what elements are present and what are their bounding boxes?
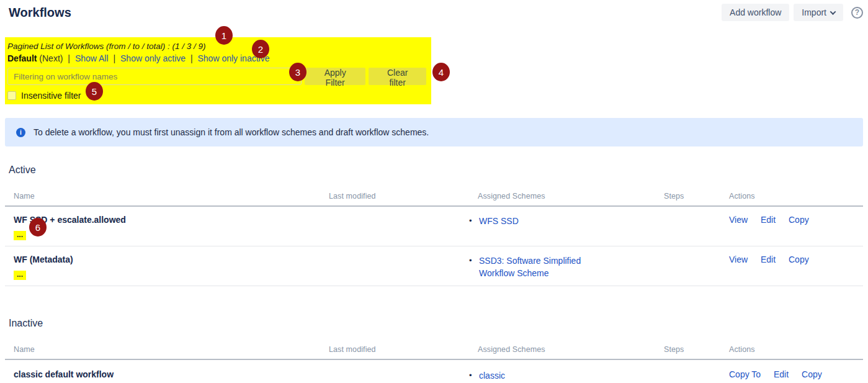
info-banner: i To delete a workflow, you must first u… bbox=[5, 118, 863, 146]
copy-link[interactable]: Copy bbox=[789, 215, 809, 225]
info-icon: i bbox=[16, 128, 25, 137]
assigned-scheme-link[interactable]: classic bbox=[479, 369, 505, 382]
workflow-name: WF SSD + escalate.allowed bbox=[14, 215, 329, 225]
last-modified-cell bbox=[329, 360, 469, 383]
assigned-scheme-link[interactable]: SSD3: Software Simplified Workflow Schem… bbox=[479, 255, 592, 279]
bullet-icon: • bbox=[469, 215, 479, 227]
edit-link[interactable]: Edit bbox=[761, 215, 776, 225]
copy-link[interactable]: Copy bbox=[802, 369, 822, 379]
view-link[interactable]: View bbox=[729, 255, 748, 264]
steps-cell bbox=[659, 246, 724, 286]
insensitive-filter-checkbox[interactable] bbox=[7, 91, 16, 100]
insensitive-filter-label: Insensitive filter bbox=[21, 91, 81, 101]
table-header-row: Name Last modified Assigned Schemes Step… bbox=[5, 188, 863, 207]
annotation-badge-2: 2 bbox=[252, 40, 269, 58]
pagination-summary: Pagined List of Workflows (from / to / t… bbox=[7, 40, 426, 53]
annotation-badge-6: 6 bbox=[29, 218, 47, 237]
annotation-badge-1: 1 bbox=[215, 26, 233, 45]
chevron-down-icon bbox=[830, 9, 836, 15]
annotation-badge-3: 3 bbox=[289, 63, 306, 81]
info-banner-text: To delete a workflow, you must first una… bbox=[34, 127, 429, 137]
table-row: classic default workflow ... • classic C… bbox=[5, 360, 863, 383]
pager-default-label: Default bbox=[7, 53, 37, 63]
pager-line: Default (Next) | Show All | Show only ac… bbox=[7, 53, 426, 66]
assigned-scheme-link[interactable]: WFS SSD bbox=[479, 215, 519, 227]
page-title: Workflows bbox=[9, 6, 71, 20]
column-header-name: Name bbox=[5, 188, 329, 205]
workflow-filter-input[interactable] bbox=[7, 68, 302, 85]
apply-filter-button[interactable]: Apply Filter bbox=[305, 68, 366, 85]
inactive-section-heading: Inactive bbox=[5, 318, 863, 329]
more-ellipsis[interactable]: ... bbox=[14, 271, 26, 280]
column-header-assigned-schemes: Assigned Schemes bbox=[469, 341, 659, 359]
more-ellipsis[interactable]: ... bbox=[14, 231, 26, 240]
annotation-badge-4: 4 bbox=[432, 63, 450, 81]
column-header-last-modified: Last modified bbox=[329, 341, 469, 359]
show-all-link[interactable]: Show All bbox=[75, 53, 109, 63]
pager-next-link[interactable]: (Next) bbox=[39, 53, 63, 63]
annotation-badge-5: 5 bbox=[86, 82, 103, 101]
active-section: Active Name Last modified Assigned Schem… bbox=[5, 164, 863, 286]
add-workflow-button[interactable]: Add workflow bbox=[722, 4, 789, 21]
active-section-heading: Active bbox=[5, 164, 863, 176]
workflow-name: classic default workflow bbox=[14, 369, 329, 380]
steps-cell bbox=[659, 207, 724, 246]
view-link[interactable]: View bbox=[729, 215, 748, 225]
clear-filter-button[interactable]: Clear filter bbox=[369, 68, 426, 85]
workflow-name: WF (Metadata) bbox=[14, 255, 329, 265]
import-button-label: Import bbox=[802, 7, 826, 17]
last-modified-cell bbox=[329, 207, 469, 246]
copy-link[interactable]: Copy bbox=[789, 255, 809, 264]
pager-separator: | bbox=[113, 53, 115, 63]
pager-separator: | bbox=[68, 53, 70, 63]
table-row: WF SSD + escalate.allowed ... • WFS SSD … bbox=[5, 207, 863, 246]
column-header-actions: Actions bbox=[724, 341, 863, 359]
column-header-assigned-schemes: Assigned Schemes bbox=[469, 188, 659, 205]
edit-link[interactable]: Edit bbox=[761, 255, 776, 264]
help-icon[interactable]: ? bbox=[851, 7, 863, 19]
topbar: Workflows Add workflow Import ? bbox=[0, 0, 868, 25]
table-row: WF (Metadata) ... • SSD3: Software Simpl… bbox=[5, 246, 863, 286]
insensitive-filter-row: Insensitive filter bbox=[7, 90, 426, 101]
bullet-icon: • bbox=[469, 255, 479, 267]
import-button[interactable]: Import bbox=[794, 4, 843, 21]
show-only-active-link[interactable]: Show only active bbox=[120, 53, 186, 63]
column-header-last-modified: Last modified bbox=[329, 188, 469, 205]
filter-panel: Pagined List of Workflows (from / to / t… bbox=[5, 37, 431, 104]
column-header-steps: Steps bbox=[659, 188, 724, 205]
copy-to-link[interactable]: Copy To bbox=[729, 369, 761, 379]
topbar-actions: Add workflow Import ? bbox=[722, 4, 863, 21]
inactive-workflows-table: Name Last modified Assigned Schemes Step… bbox=[5, 341, 863, 383]
bullet-icon: • bbox=[469, 369, 479, 382]
last-modified-cell bbox=[329, 246, 469, 286]
table-header-row: Name Last modified Assigned Schemes Step… bbox=[5, 341, 863, 360]
pager-separator: | bbox=[190, 53, 193, 63]
column-header-steps: Steps bbox=[659, 341, 724, 359]
active-workflows-table: Name Last modified Assigned Schemes Step… bbox=[5, 188, 863, 286]
steps-cell bbox=[659, 360, 724, 383]
filter-row: Apply Filter Clear filter bbox=[7, 68, 426, 85]
column-header-actions: Actions bbox=[724, 188, 863, 205]
inactive-section: Inactive Name Last modified Assigned Sch… bbox=[5, 318, 863, 383]
column-header-name: Name bbox=[5, 341, 329, 359]
edit-link[interactable]: Edit bbox=[774, 369, 789, 379]
